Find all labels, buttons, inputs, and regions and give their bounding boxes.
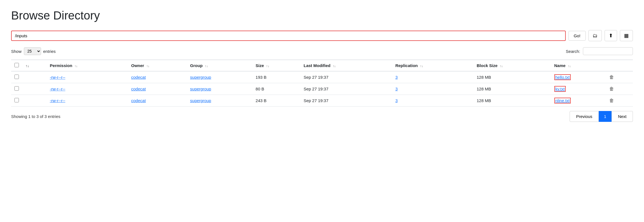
actions-col-header (606, 60, 633, 71)
row-replication-0: 3 (392, 71, 473, 83)
last-modified-col-header[interactable]: Last Modified ↑↓ (300, 60, 392, 71)
row-block-size-0: 128 MB (473, 71, 551, 83)
permission-link-1[interactable]: -rw-r--r-- (50, 87, 65, 91)
permission-col-header[interactable]: Permission ↑↓ (46, 60, 128, 71)
show-label: Show (11, 49, 22, 54)
group-header-label: Group (190, 63, 203, 68)
pagination: Previous 1 Next (570, 111, 633, 122)
owner-sort-icon: ↑↓ (146, 64, 149, 68)
row-size-1: 80 B (252, 83, 300, 95)
table-row: -rw-r--r-- codecat supergroup 243 B Sep … (11, 95, 633, 107)
row-checkbox-cell-1 (11, 83, 22, 95)
row-checkbox-0[interactable] (14, 75, 19, 79)
select-all-col (11, 60, 22, 71)
row-group-2: supergroup (187, 95, 252, 107)
entries-suffix: entries (43, 49, 56, 54)
last-modified-sort-icon: ↑↓ (333, 64, 336, 68)
row-last-modified-0: Sep 27 19:37 (300, 71, 392, 83)
showing-text: Showing 1 to 3 of 3 entries (11, 114, 61, 119)
block-size-header-label: Block Size (477, 63, 497, 68)
row-size-0: 193 B (252, 71, 300, 83)
table-row: -rw-r--r-- codecat supergroup 80 B Sep 2… (11, 83, 633, 95)
size-col-header[interactable]: Size ↑↓ (252, 60, 300, 71)
table-header-row: ↑↓ Permission ↑↓ Owner ↑↓ Group ↑↓ Size … (11, 60, 633, 71)
sort-col[interactable]: ↑↓ (22, 60, 46, 71)
row-permission-0: -rw-r--r-- (46, 71, 128, 83)
owner-link-0[interactable]: codecat (131, 75, 146, 80)
replication-link-0[interactable]: 3 (395, 75, 398, 80)
name-header-label: Name (554, 63, 566, 68)
group-link-2[interactable]: supergroup (190, 98, 211, 103)
owner-header-label: Owner (131, 63, 144, 68)
block-size-col-header[interactable]: Block Size ↑↓ (473, 60, 551, 71)
replication-link-2[interactable]: 3 (395, 98, 398, 103)
owner-link-2[interactable]: codecat (131, 98, 146, 103)
row-replication-1: 3 (392, 83, 473, 95)
name-sort-icon: ↑↓ (568, 64, 571, 68)
group-sort-icon: ↑↓ (205, 64, 208, 68)
folder-icon: 🗂 (593, 33, 598, 39)
replication-sort-icon: ↑↓ (420, 64, 423, 68)
sort-icon: ↑↓ (26, 64, 29, 68)
row-group-1: supergroup (187, 83, 252, 95)
row-delete-1: 🗑 (606, 83, 633, 95)
row-size-2: 243 B (252, 95, 300, 107)
search-input[interactable] (583, 47, 633, 55)
previous-button[interactable]: Previous (570, 111, 598, 122)
current-page-button[interactable]: 1 (599, 111, 612, 122)
row-last-modified-1: Sep 27 19:37 (300, 83, 392, 95)
size-sort-icon: ↑↓ (266, 64, 269, 68)
path-input[interactable] (11, 31, 566, 41)
group-link-1[interactable]: supergroup (190, 87, 211, 91)
delete-icon-1[interactable]: 🗑 (609, 86, 614, 92)
permission-link-2[interactable]: -rw-r--r-- (50, 98, 65, 103)
replication-col-header[interactable]: Replication ↑↓ (392, 60, 473, 71)
entries-select[interactable]: 10 25 50 100 (24, 47, 41, 55)
row-group-0: supergroup (187, 71, 252, 83)
row-sort-0 (22, 71, 46, 83)
search-label: Search: (566, 49, 580, 54)
name-col-header[interactable]: Name ↑↓ (551, 60, 606, 71)
owner-col-header[interactable]: Owner ↑↓ (128, 60, 187, 71)
owner-link-1[interactable]: codecat (131, 87, 146, 91)
replication-link-1[interactable]: 3 (395, 87, 398, 91)
last-modified-header-label: Last Modified (304, 63, 331, 68)
row-sort-2 (22, 95, 46, 107)
search-area: Search: (566, 47, 633, 55)
go-button[interactable]: Go! (568, 31, 586, 41)
controls-row: Show 10 25 50 100 entries Search: (11, 47, 633, 55)
group-col-header[interactable]: Group ↑↓ (187, 60, 252, 71)
row-checkbox-cell-2 (11, 95, 22, 107)
table-view-button[interactable]: ▦ (620, 30, 633, 41)
row-name-1: kv.txt (551, 83, 606, 95)
name-link-2[interactable]: nline.txt (554, 98, 571, 103)
row-block-size-1: 128 MB (473, 83, 551, 95)
row-sort-1 (22, 83, 46, 95)
row-block-size-2: 128 MB (473, 95, 551, 107)
group-link-0[interactable]: supergroup (190, 75, 211, 80)
row-delete-2: 🗑 (606, 95, 633, 107)
name-link-0[interactable]: hello.txt (554, 74, 571, 80)
show-entries: Show 10 25 50 100 entries (11, 47, 56, 55)
row-replication-2: 3 (392, 95, 473, 107)
page-title: Browse Directory (11, 9, 633, 22)
footer-row: Showing 1 to 3 of 3 entries Previous 1 N… (11, 111, 633, 122)
row-name-2: nline.txt (551, 95, 606, 107)
select-all-checkbox[interactable] (14, 63, 19, 67)
folder-button[interactable]: 🗂 (588, 30, 602, 41)
name-link-1[interactable]: kv.txt (554, 86, 566, 92)
delete-icon-2[interactable]: 🗑 (609, 98, 614, 103)
row-permission-1: -rw-r--r-- (46, 83, 128, 95)
delete-icon-0[interactable]: 🗑 (609, 75, 614, 80)
permission-header-label: Permission (50, 63, 72, 68)
row-checkbox-1[interactable] (14, 86, 19, 91)
directory-table: ↑↓ Permission ↑↓ Owner ↑↓ Group ↑↓ Size … (11, 60, 633, 107)
row-name-0: hello.txt (551, 71, 606, 83)
permission-link-0[interactable]: -rw-r--r-- (50, 75, 65, 80)
permission-sort-icon: ↑↓ (74, 64, 77, 68)
block-size-sort-icon: ↑↓ (500, 64, 503, 68)
next-button[interactable]: Next (612, 111, 633, 122)
row-checkbox-2[interactable] (14, 98, 19, 102)
replication-header-label: Replication (395, 63, 418, 68)
upload-button[interactable]: ⬆ (605, 30, 617, 41)
